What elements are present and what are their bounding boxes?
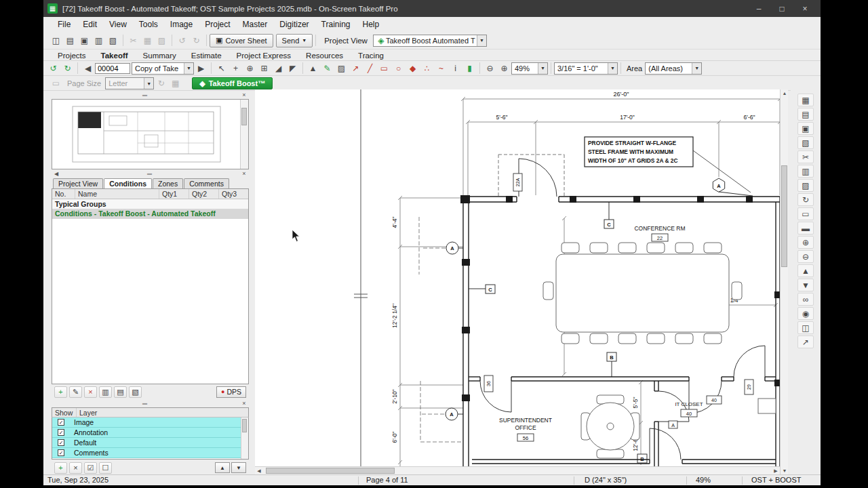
paste-icon[interactable]: ▨ <box>155 34 169 47</box>
thumbnail-scrollbar[interactable] <box>240 100 248 169</box>
menu-view[interactable]: View <box>103 18 133 30</box>
export-image-icon[interactable]: ↗ <box>797 336 814 348</box>
fill-bucket-tool[interactable]: ▨ <box>334 62 349 75</box>
pages-grid-icon[interactable]: ▦ <box>797 94 814 106</box>
layers-scrollbar[interactable] <box>241 418 248 459</box>
freehand-tool[interactable]: ~ <box>434 62 448 75</box>
history-forward-button[interactable]: ↻ <box>60 62 75 75</box>
layer-row-default[interactable]: ✓ Default <box>52 438 241 448</box>
layer-row-annotation[interactable]: ✓ Annotation <box>52 428 241 438</box>
save-icon[interactable]: ▣ <box>77 34 92 47</box>
edit-condition-button[interactable]: ✎ <box>69 386 82 398</box>
cut-image-icon[interactable]: ✂ <box>797 150 814 163</box>
move-layer-up-button[interactable]: ▲ <box>215 462 230 473</box>
send-button[interactable]: Send ▼ <box>276 34 313 47</box>
menu-training[interactable]: Training <box>315 18 357 30</box>
tab-takeoff[interactable]: Takeoff <box>94 51 136 60</box>
column-header-qty3[interactable]: Qty3 <box>219 189 248 199</box>
arrow-annotation-tool[interactable]: ↗ <box>349 62 363 75</box>
column-header-show[interactable]: Show <box>52 408 77 417</box>
snapshot-icon[interactable]: ◉ <box>797 307 814 320</box>
paste-image-icon[interactable]: ▨ <box>797 179 814 192</box>
print-preview-icon[interactable]: ▧ <box>106 34 120 47</box>
page-size-combo[interactable]: Letter ▼ <box>105 77 154 89</box>
new-document-icon[interactable]: ◫ <box>49 34 63 47</box>
scroll-right-icon[interactable]: ▶ <box>772 467 780 474</box>
takeoff-boost-button[interactable]: ◈ Takeoff Boost™ <box>192 77 273 89</box>
zoom-window-tool[interactable]: ⊞ <box>257 62 271 75</box>
image-tools-icon[interactable]: ◫ <box>797 321 814 334</box>
column-header-qty1[interactable]: Qty1 <box>159 189 189 199</box>
tab-project-express[interactable]: Project Express <box>229 51 299 60</box>
scrollbar-thumb[interactable] <box>241 108 247 125</box>
menu-edit[interactable]: Edit <box>77 18 103 30</box>
dimension-tool[interactable]: ◢ <box>271 62 285 75</box>
group-row[interactable]: Typical Groups <box>52 199 248 209</box>
close-button[interactable]: × <box>793 0 816 17</box>
layer-row-image[interactable]: ✓ Image <box>52 418 241 428</box>
link-pages-icon[interactable]: ∞ <box>797 293 814 306</box>
scrollbar-thumb[interactable] <box>242 419 247 432</box>
menu-help[interactable]: Help <box>357 18 386 30</box>
count-tool[interactable]: ∴ <box>420 62 434 75</box>
next-page-button[interactable]: ▶ <box>194 62 208 75</box>
line-annotation-tool[interactable]: ╱ <box>363 62 377 75</box>
layer-checkbox[interactable]: ✓ <box>58 439 64 446</box>
tab-zones[interactable]: Zones <box>153 178 183 188</box>
column-header-qty2[interactable]: Qty2 <box>189 189 219 199</box>
ellipse-annotation-tool[interactable]: ○ <box>391 62 406 75</box>
crop-image-icon[interactable]: ▭ <box>797 207 814 220</box>
open-project-icon[interactable]: ▤ <box>63 34 77 47</box>
cover-sheet-button[interactable]: ▣ Cover Sheet <box>210 34 273 47</box>
horizontal-scrollbar[interactable]: ◀ ▶ <box>255 466 780 474</box>
minimize-button[interactable]: – <box>747 0 770 17</box>
flag-tool[interactable]: ◤ <box>285 62 300 75</box>
bring-forward-icon[interactable]: ▲ <box>797 264 814 277</box>
page-number-field[interactable] <box>95 63 130 74</box>
rectangle-annotation-tool[interactable]: ▭ <box>377 62 391 75</box>
drag-handle-icon[interactable]: ▬ <box>52 92 239 98</box>
scroll-down-icon[interactable]: ▼ <box>781 467 789 474</box>
menu-master[interactable]: Master <box>237 18 274 30</box>
drag-handle-icon[interactable]: ▬ <box>52 400 239 407</box>
filter-conditions-button[interactable]: ▧ <box>129 386 142 398</box>
triangle-annotation-tool[interactable]: ▲ <box>306 62 320 75</box>
image-overlay-icon[interactable]: ▤ <box>797 108 814 121</box>
menu-image[interactable]: Image <box>164 18 199 30</box>
uncheck-all-layers-button[interactable]: ☐ <box>99 462 112 474</box>
conditions-empty-area[interactable] <box>52 219 248 384</box>
zoom-in-button[interactable]: ⊕ <box>497 62 511 75</box>
menu-file[interactable]: File <box>52 18 77 30</box>
delete-condition-button[interactable]: × <box>84 386 97 398</box>
scale-combo[interactable]: 3/16" = 1'-0" ▼ <box>554 62 618 75</box>
layer-row-comments[interactable]: ✓ Comments <box>52 448 241 458</box>
select-pointer-tool[interactable]: ↖ <box>214 62 229 75</box>
tab-project-view[interactable]: Project View <box>53 178 103 188</box>
polygon-annotation-tool[interactable]: ◆ <box>406 62 420 75</box>
annotations-icon[interactable]: ▣ <box>797 122 814 135</box>
conditions-panel-header[interactable]: ◀ ▬ × <box>52 169 249 178</box>
menu-tools[interactable]: Tools <box>133 18 164 30</box>
record-crosshair-tool[interactable]: + <box>229 62 243 75</box>
pencil-tool[interactable]: ✎ <box>320 62 334 75</box>
add-layer-button[interactable]: + <box>54 462 67 474</box>
zoom-in-tool[interactable]: ⊕ <box>243 62 257 75</box>
undo-icon[interactable]: ↺ <box>175 34 189 47</box>
drawing-canvas[interactable]: 26'-0" 5'-6" 17'-0" 6'-6" 4'-4" 12'-2 1/… <box>255 89 780 466</box>
scrollbar-thumb[interactable] <box>266 468 395 474</box>
maximize-button[interactable]: □ <box>770 0 793 17</box>
scrollbar-thumb[interactable] <box>781 165 787 267</box>
page-setup-icon[interactable]: ▭ <box>49 77 63 90</box>
duplicate-condition-button[interactable]: ▥ <box>99 386 112 398</box>
page-thumbnail[interactable] <box>52 100 240 169</box>
close-panel-icon[interactable]: × <box>239 170 249 177</box>
magnify-icon[interactable]: ⊕ <box>797 236 814 249</box>
tab-tracing[interactable]: Tracing <box>351 51 391 60</box>
column-header-layer[interactable]: Layer <box>77 408 248 417</box>
reduce-icon[interactable]: ⊖ <box>797 250 814 263</box>
condition-selector-combo[interactable]: Copy of Take ▼ <box>132 62 194 75</box>
layer-checkbox[interactable]: ✓ <box>58 429 64 436</box>
scroll-left-icon[interactable]: ◀ <box>255 467 263 474</box>
history-back-button[interactable]: ↺ <box>46 62 60 75</box>
scroll-up-icon[interactable]: ▲ <box>781 89 789 97</box>
